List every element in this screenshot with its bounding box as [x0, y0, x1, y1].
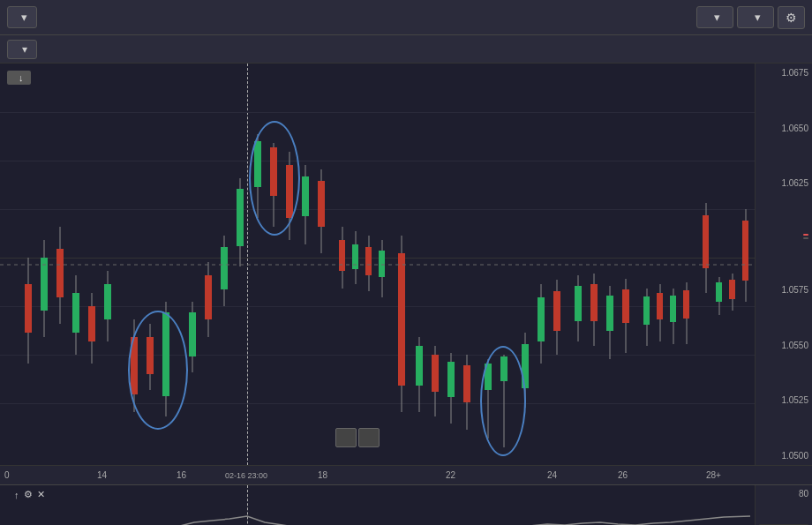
- svg-rect-53: [463, 365, 470, 402]
- top-toolbar: ▾ ▾ ▾ ⚙: [0, 0, 812, 35]
- svg-rect-39: [352, 244, 358, 269]
- studies-dropdown-icon: ▾: [755, 11, 761, 24]
- svg-rect-23: [221, 247, 228, 289]
- svg-rect-49: [432, 355, 439, 392]
- price-axis: 1.0675 1.0650 1.0625 1.0575 1.0550 1.052…: [755, 64, 812, 465]
- svg-rect-69: [606, 296, 613, 331]
- svg-rect-9: [88, 306, 95, 341]
- svg-text:02-16 23:00: 02-16 23:00: [225, 471, 267, 480]
- svg-rect-37: [339, 240, 345, 271]
- price-6: 1.0550: [759, 341, 808, 350]
- svg-text:26: 26: [618, 470, 628, 480]
- svg-rect-57: [500, 356, 508, 381]
- price-7: 1.0525: [759, 395, 808, 405]
- rsi-controls: ↑ ⚙ ✕: [14, 489, 45, 500]
- price-highlight2: [803, 237, 808, 239]
- rsi-80: 80: [759, 489, 808, 499]
- svg-rect-65: [575, 286, 582, 321]
- timeframe-button[interactable]: ▾: [7, 6, 37, 28]
- price-3: 1.0625: [759, 178, 808, 188]
- time-axis-svg: 0 14 16 02-16 23:00 18 22 24 26 28+: [0, 466, 755, 485]
- svg-rect-1: [25, 284, 32, 333]
- svg-rect-7: [72, 293, 79, 333]
- svg-rect-25: [237, 189, 244, 246]
- svg-rect-51: [447, 362, 455, 397]
- svg-rect-67: [590, 284, 598, 321]
- svg-rect-29: [270, 147, 277, 196]
- svg-rect-17: [162, 312, 169, 396]
- svg-text:16: 16: [177, 470, 187, 480]
- zoom-in-button[interactable]: [358, 428, 380, 447]
- rsi-header: ↑ ⚙ ✕: [7, 489, 45, 500]
- price-1: 1.0675: [759, 68, 808, 78]
- price-2: 1.0650: [759, 124, 808, 133]
- chart-dropdown-icon: ▾: [714, 11, 720, 24]
- svg-rect-79: [683, 290, 689, 319]
- svg-rect-85: [729, 280, 735, 299]
- svg-rect-75: [657, 293, 663, 319]
- rsi-axis: 80 20: [755, 485, 812, 525]
- svg-rect-87: [742, 221, 748, 281]
- svg-rect-13: [131, 337, 138, 394]
- settings-button[interactable]: ⚙: [778, 6, 805, 29]
- svg-rect-47: [416, 346, 423, 386]
- svg-rect-43: [379, 251, 385, 277]
- svg-rect-35: [318, 181, 325, 227]
- price-5: 1.0575: [759, 285, 808, 295]
- price-highlight: [803, 234, 808, 236]
- svg-rect-15: [147, 337, 154, 374]
- svg-rect-5: [56, 249, 64, 297]
- price-8: 1.0500: [759, 451, 808, 461]
- svg-rect-41: [365, 247, 372, 275]
- select-tool-button[interactable]: ▾: [7, 40, 37, 59]
- zoom-controls: [335, 428, 380, 447]
- svg-rect-33: [302, 176, 309, 216]
- svg-rect-27: [254, 141, 261, 187]
- rsi-chart: ↑ ⚙ ✕: [0, 485, 755, 525]
- svg-rect-73: [643, 296, 650, 325]
- chart-button[interactable]: ▾: [696, 6, 733, 28]
- studies-button[interactable]: ▾: [737, 6, 774, 28]
- select-tool-dropdown: ▾: [22, 43, 27, 56]
- svg-rect-59: [522, 344, 529, 388]
- right-buttons: ▾ ▾ ⚙: [696, 6, 805, 29]
- svg-rect-19: [189, 312, 196, 356]
- svg-text:18: 18: [318, 470, 328, 480]
- second-toolbar: ▾: [0, 35, 812, 64]
- svg-rect-71: [622, 289, 629, 323]
- svg-rect-81: [703, 215, 709, 268]
- svg-rect-77: [670, 296, 676, 322]
- svg-rect-61: [538, 297, 545, 341]
- svg-rect-31: [286, 165, 293, 218]
- zoom-out-button[interactable]: [335, 428, 357, 447]
- svg-text:0: 0: [4, 470, 10, 480]
- svg-rect-21: [205, 275, 212, 319]
- svg-rect-83: [716, 282, 722, 302]
- svg-text:24: 24: [547, 470, 558, 480]
- candlestick-svg: [0, 64, 755, 465]
- svg-text:14: 14: [97, 470, 108, 480]
- rsi-close-icon[interactable]: ✕: [37, 489, 45, 500]
- svg-text:22: 22: [446, 470, 456, 480]
- dropdown-icon: ▾: [21, 11, 27, 24]
- rsi-panel: ↑ ⚙ ✕ 80 20: [0, 484, 812, 525]
- rsi-up-icon[interactable]: ↑: [14, 490, 19, 500]
- rsi-svg: [0, 485, 755, 525]
- svg-rect-11: [104, 284, 111, 319]
- svg-rect-45: [398, 253, 405, 386]
- svg-rect-3: [41, 258, 48, 311]
- rsi-settings-icon[interactable]: ⚙: [24, 489, 33, 500]
- svg-text:28+: 28+: [706, 470, 721, 480]
- svg-rect-63: [553, 291, 560, 331]
- chart-main[interactable]: ↓: [0, 64, 755, 465]
- time-axis: 0 14 16 02-16 23:00 18 22 24 26 28+: [0, 465, 812, 484]
- chart-area: ↓: [0, 64, 812, 465]
- svg-rect-55: [485, 364, 492, 390]
